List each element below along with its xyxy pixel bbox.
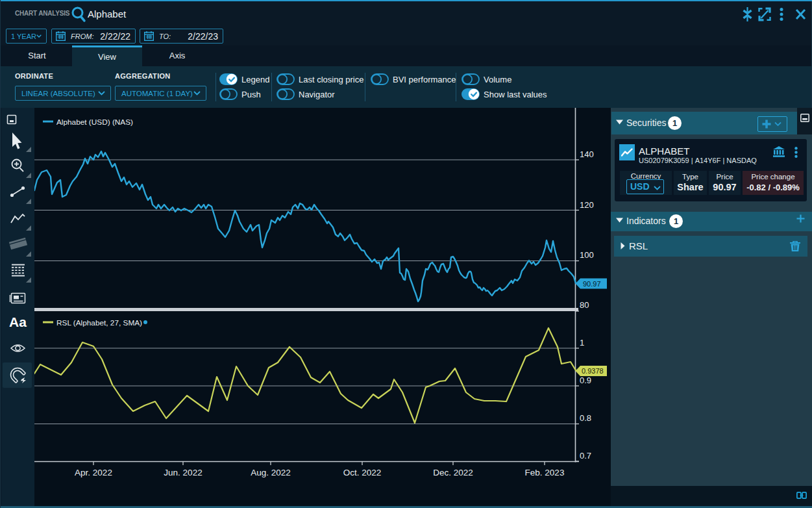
- svg-text:90.97: 90.97: [583, 280, 601, 288]
- svg-text:Alphabet (USD) (NAS): Alphabet (USD) (NAS): [56, 118, 133, 127]
- svg-text:1: 1: [580, 338, 584, 348]
- svg-text:Aa: Aa: [9, 314, 27, 329]
- svg-text:Apr. 2022: Apr. 2022: [75, 468, 112, 477]
- svg-text:100: 100: [580, 250, 594, 260]
- svg-text:120: 120: [580, 200, 594, 210]
- svg-text:Oct. 2022: Oct. 2022: [343, 468, 382, 477]
- svg-text:140: 140: [580, 149, 594, 159]
- svg-text:RSL (Alphabet, 27, SMA): RSL (Alphabet, 27, SMA): [56, 318, 142, 327]
- svg-text:Feb. 2023: Feb. 2023: [525, 468, 565, 477]
- svg-text:Jun. 2022: Jun. 2022: [164, 468, 202, 477]
- svg-text:0.8: 0.8: [580, 413, 591, 423]
- svg-text:0.9: 0.9: [580, 375, 591, 385]
- svg-text:Dec. 2022: Dec. 2022: [433, 468, 473, 477]
- svg-text:0.7: 0.7: [580, 451, 591, 461]
- svg-text:0.9378: 0.9378: [582, 367, 604, 375]
- svg-text:Aug. 2022: Aug. 2022: [251, 468, 291, 477]
- svg-text:80: 80: [580, 300, 589, 310]
